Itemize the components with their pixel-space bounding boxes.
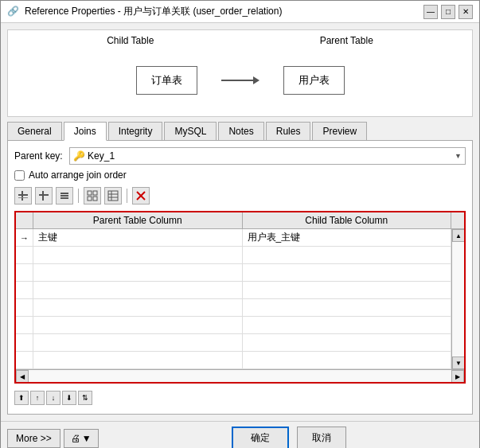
- grid-view-button[interactable]: [84, 187, 101, 205]
- move-down-button[interactable]: ↓: [46, 391, 60, 405]
- row-arrow-empty: [16, 247, 33, 263]
- parent-col-cell[interactable]: [33, 352, 243, 368]
- scroll-up-button[interactable]: ▲: [452, 229, 464, 242]
- child-col-cell[interactable]: 用户表_主键: [243, 229, 452, 246]
- window-title: Reference Properties - 用户与订单关联 (user_ord…: [25, 5, 282, 18]
- minimize-button[interactable]: —: [423, 5, 438, 19]
- parent-col-cell[interactable]: [33, 247, 243, 263]
- svg-rect-7: [60, 197, 68, 199]
- move-bottom-button[interactable]: ⬇: [62, 391, 76, 405]
- parent-col-cell[interactable]: [33, 264, 243, 281]
- scroll-right-button[interactable]: ▶: [451, 370, 464, 383]
- tab-notes[interactable]: Notes: [218, 122, 263, 140]
- th-arrow-spacer: [16, 212, 33, 228]
- table-row: [16, 282, 451, 299]
- more-button[interactable]: More >>: [7, 429, 60, 448]
- parent-col-cell[interactable]: [33, 299, 243, 316]
- table-view-button[interactable]: [104, 187, 122, 205]
- cancel-button[interactable]: 取消: [297, 427, 346, 448]
- svg-rect-4: [42, 191, 44, 201]
- add-row-button3[interactable]: [56, 187, 73, 205]
- print-button[interactable]: 🖨 ▼: [64, 429, 99, 448]
- footer: More >> 🖨 ▼ 确定 取消: [1, 421, 479, 448]
- row-move-buttons: ⬆ ↑ ↓ ⬇ ⇅: [14, 388, 466, 407]
- child-col-cell[interactable]: [243, 299, 452, 316]
- row-arrow-icon: →: [16, 229, 33, 246]
- parent-table-box: 用户表: [283, 66, 345, 95]
- th-scroll-spacer: [451, 212, 464, 228]
- row-arrow-empty: [16, 299, 33, 316]
- row-arrow-empty: [16, 334, 33, 351]
- horizontal-scrollbar[interactable]: ◀ ▶: [16, 369, 464, 382]
- toolbar-separator2: [127, 189, 127, 203]
- main-content: Child Table Parent Table 订单表 用户表 General…: [1, 23, 479, 421]
- ok-button[interactable]: 确定: [232, 427, 289, 448]
- delete-button[interactable]: [132, 187, 150, 205]
- table-row: [16, 264, 451, 282]
- child-col-cell[interactable]: [243, 334, 452, 351]
- table-row: [16, 299, 451, 317]
- join-toolbar: [14, 185, 466, 206]
- child-table-label: Child Table: [107, 35, 154, 46]
- print-dropdown-arrow: ▼: [82, 433, 92, 444]
- title-bar: 🔗 Reference Properties - 用户与订单关联 (user_o…: [1, 1, 479, 23]
- child-col-cell[interactable]: [243, 247, 452, 263]
- tab-rules[interactable]: Rules: [266, 122, 311, 140]
- row-arrow-empty: [16, 317, 33, 333]
- arrow-line: [221, 80, 253, 81]
- add-row-button[interactable]: [14, 187, 32, 205]
- diagram-area: Child Table Parent Table 订单表 用户表: [7, 29, 473, 117]
- tab-integrity[interactable]: Integrity: [108, 122, 163, 140]
- tabs-container: General Joins Integrity MySQL Notes Rule…: [7, 122, 473, 415]
- table-row: → 主键 用户表_主键: [16, 229, 451, 247]
- maximize-button[interactable]: □: [441, 5, 455, 19]
- svg-rect-9: [93, 191, 97, 195]
- child-col-cell[interactable]: [243, 264, 452, 281]
- chevron-down-icon: ▼: [455, 152, 462, 160]
- parent-col-cell[interactable]: [33, 317, 243, 333]
- parent-col-cell[interactable]: [33, 334, 243, 351]
- table-rows: → 主键 用户表_主键: [16, 229, 451, 369]
- move-top-button[interactable]: ⬆: [14, 391, 29, 405]
- svg-rect-1: [21, 191, 23, 201]
- scroll-left-button[interactable]: ◀: [16, 370, 29, 383]
- scroll-down-button[interactable]: ▼: [452, 356, 464, 369]
- toolbar-separator: [78, 189, 79, 203]
- tab-joins[interactable]: Joins: [64, 122, 107, 141]
- footer-left: More >> 🖨 ▼: [7, 429, 99, 448]
- vertical-scrollbar[interactable]: ▲ ▼: [451, 229, 464, 369]
- child-col-header: Child Table Column: [243, 212, 452, 228]
- tab-preview[interactable]: Preview: [312, 122, 367, 140]
- table-row: [16, 247, 451, 264]
- child-col-cell[interactable]: [243, 317, 452, 333]
- row-arrow-empty: [16, 282, 33, 298]
- table-row: [16, 334, 451, 352]
- scroll-track-h: [29, 370, 451, 382]
- tabs-bar: General Joins Integrity MySQL Notes Rule…: [7, 122, 473, 141]
- sort-button[interactable]: ⇅: [78, 391, 92, 405]
- tab-general[interactable]: General: [7, 122, 62, 140]
- move-up-button[interactable]: ↑: [30, 391, 45, 405]
- tab-mysql[interactable]: MySQL: [164, 122, 217, 140]
- svg-rect-5: [60, 193, 68, 194]
- window-icon: 🔗: [7, 6, 20, 18]
- close-button[interactable]: ✕: [459, 5, 473, 19]
- diagram-tables: 订单表 用户表: [136, 66, 345, 95]
- svg-rect-2: [18, 197, 28, 198]
- child-col-cell[interactable]: [243, 282, 452, 298]
- parent-key-row: Parent key: 🔑 Key_1 ▼: [14, 147, 466, 165]
- auto-arrange-checkbox[interactable]: [14, 170, 25, 181]
- parent-col-header: Parent Table Column: [33, 212, 243, 228]
- scroll-track-v: [452, 242, 464, 356]
- add-row-button2[interactable]: [35, 187, 53, 205]
- svg-rect-10: [88, 197, 92, 201]
- table-row: [16, 317, 451, 334]
- parent-col-cell[interactable]: 主键: [33, 229, 243, 246]
- auto-arrange-label: Auto arrange join order: [29, 169, 127, 181]
- child-col-cell[interactable]: [243, 352, 452, 368]
- parent-key-dropdown[interactable]: 🔑 Key_1 ▼: [69, 147, 466, 165]
- joins-table: Parent Table Column Child Table Column →…: [14, 211, 466, 384]
- main-window: 🔗 Reference Properties - 用户与订单关联 (user_o…: [0, 0, 480, 448]
- parent-key-value: 🔑 Key_1: [73, 150, 115, 162]
- parent-col-cell[interactable]: [33, 282, 243, 298]
